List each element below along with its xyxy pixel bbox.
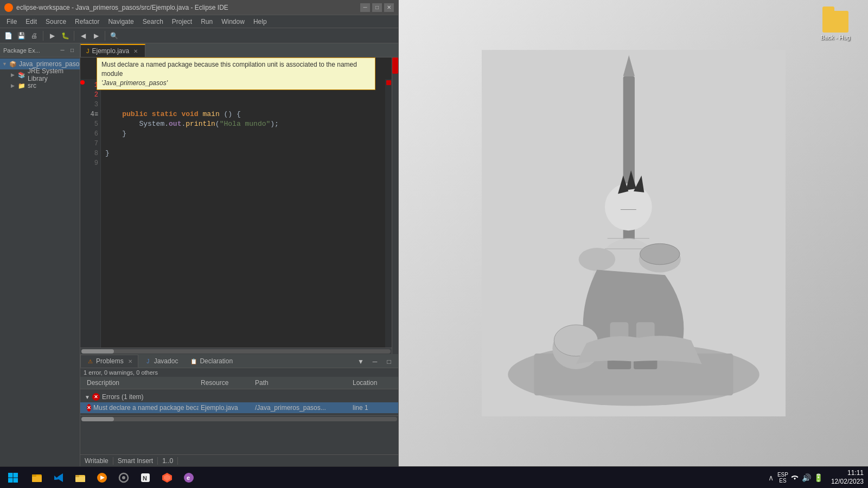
scrollbar-error-indicator (392, 57, 398, 74)
bottom-minimize-btn[interactable]: ─ (369, 356, 381, 368)
status-bar: Writable Smart Insert 1..0 (80, 454, 398, 466)
settings-icon (118, 472, 130, 484)
svg-rect-25 (8, 478, 13, 483)
svg-point-13 (578, 248, 615, 271)
taskbar-app9[interactable]: e (179, 468, 199, 487)
toolbar-new[interactable]: 📄 (2, 30, 14, 42)
editor-tab-ejemplo[interactable]: J Ejemplo.java ✕ (80, 44, 145, 57)
editor-tabs: J Ejemplo.java ✕ (80, 43, 398, 57)
windows-logo (8, 472, 18, 483)
tab-declaration[interactable]: 📋 Declaration (184, 355, 239, 368)
tray-volume[interactable]: 🔊 (802, 473, 812, 483)
bottom-scrollbar-thumb[interactable] (81, 417, 114, 421)
toolbar-search[interactable]: 🔍 (108, 30, 120, 42)
line-num-8: 8 (87, 149, 98, 158)
berserk-illustration (482, 43, 786, 423)
editor-scrollbar-h[interactable] (80, 348, 392, 354)
error-tooltip-line2: 'Java_primeros_pasos' (101, 79, 371, 88)
svg-rect-26 (14, 478, 18, 483)
taskbar-media[interactable] (92, 468, 112, 487)
taskbar-files[interactable] (27, 468, 47, 487)
menu-file[interactable]: File (2, 16, 21, 28)
menu-search[interactable]: Search (138, 16, 168, 28)
code-line-6: } (105, 129, 381, 139)
toolbar-forward[interactable]: ▶ (90, 30, 102, 42)
error-row-1[interactable]: ✕ Must declare a named package because t… (80, 402, 398, 413)
clock-time: 11:11 (831, 469, 864, 478)
status-insert-mode: Smart Insert (113, 457, 158, 465)
annotation-bar (385, 79, 392, 348)
svg-rect-31 (75, 477, 85, 482)
menu-bar: File Edit Source Refactor Navigate Searc… (0, 15, 398, 28)
col-description: Description (85, 378, 199, 388)
tab-javadoc[interactable]: J Javadoc (138, 355, 184, 368)
clock-date: 12/02/2023 (831, 478, 864, 486)
bottom-panel-tabs: ⚠ Problems ✕ J Javadoc 📋 Declaration ▼ (80, 354, 398, 368)
bottom-maximize-btn[interactable]: □ (383, 356, 395, 368)
menu-source[interactable]: Source (41, 16, 71, 28)
tree-label-src: src (28, 82, 36, 89)
tab-close-btn[interactable]: ✕ (132, 47, 139, 55)
group-label: Errors (1 item) (102, 393, 144, 401)
minimize-button[interactable]: ─ (360, 3, 370, 12)
bottom-scrollbar-track[interactable] (81, 417, 397, 421)
taskbar-settings[interactable] (114, 468, 133, 487)
tab-problems-close[interactable]: ✕ (128, 358, 132, 364)
sidebar-minimize-btn[interactable]: ─ (58, 46, 67, 55)
col-path: Path (253, 378, 350, 388)
taskbar-clock[interactable]: 11:11 12/02/2023 (831, 469, 864, 486)
scrollbar-thumb-h[interactable] (81, 349, 114, 354)
folder-image (822, 11, 848, 33)
desktop-folder-icon[interactable]: Back - Hug (814, 11, 857, 41)
main-area: Package Ex... ─ □ ▼ 📦 Java_primeros_paso… (0, 43, 398, 466)
svg-rect-29 (32, 474, 36, 477)
maximize-button[interactable]: □ (372, 3, 382, 12)
taskbar-notion[interactable]: N (136, 468, 155, 487)
scrollbar-track-h[interactable] (81, 349, 391, 354)
bottom-scrollbar[interactable] (80, 415, 398, 422)
svg-rect-24 (14, 473, 18, 478)
systray: ∧ ESPES 🔊 🔋 (766, 473, 824, 483)
error-tooltip-line1: Must declare a named package because thi… (101, 60, 371, 79)
menu-window[interactable]: Window (217, 16, 249, 28)
editor-area: J Ejemplo.java ✕ Must declare a named pa… (80, 43, 398, 466)
editor-scrollbar-v[interactable] (392, 57, 398, 354)
tray-lang[interactable]: ESPES (778, 473, 788, 483)
toolbar-back[interactable]: ◀ (77, 30, 89, 42)
tree-arrow-jre: ▶ (11, 72, 17, 78)
start-button[interactable] (4, 469, 22, 486)
tree-label-project: Java_primeros_pasos (19, 60, 80, 68)
error-group-header[interactable]: ▼ ✕ Errors (1 item) (80, 391, 398, 402)
tree-item-jre[interactable]: ▶ 📚 JRE System Library (0, 69, 80, 80)
tray-battery[interactable]: 🔋 (814, 473, 824, 483)
filter-btn[interactable]: ▼ (355, 356, 367, 368)
tab-problems[interactable]: ⚠ Problems ✕ (80, 355, 138, 368)
close-button[interactable]: ✕ (384, 3, 394, 12)
taskbar-vscode[interactable] (49, 468, 68, 487)
sidebar-maximize-btn[interactable]: □ (68, 46, 76, 55)
toolbar-sep1 (43, 31, 43, 41)
tray-chevron[interactable]: ∧ (766, 473, 776, 483)
toolbar-save[interactable]: 💾 (15, 30, 27, 42)
tree-label-jre: JRE System Library (28, 67, 80, 82)
code-line-2 (105, 90, 381, 100)
editor-container[interactable]: Must declare a named package because thi… (80, 57, 392, 354)
taskbar-folder[interactable] (71, 468, 90, 487)
toolbar-print[interactable]: 🖨 (28, 30, 40, 42)
title-bar: eclipse-workspace - Java_primeros_pasos/… (0, 0, 398, 15)
menu-navigate[interactable]: Navigate (104, 16, 138, 28)
status-position: 1..0 (158, 457, 178, 465)
code-line-9 (105, 158, 381, 168)
toolbar-run[interactable]: ▶ (46, 30, 58, 42)
toolbar-sep3 (105, 31, 105, 41)
tray-wifi[interactable] (790, 473, 800, 483)
toolbar-debug[interactable]: 🐛 (59, 30, 71, 42)
menu-run[interactable]: Run (196, 16, 217, 28)
problems-table-body: ▼ ✕ Errors (1 item) ✕ Must declare a nam… (80, 389, 398, 415)
code-content[interactable]: public static void main () { System.out.… (101, 79, 385, 348)
menu-refactor[interactable]: Refactor (71, 16, 104, 28)
taskbar-brave[interactable] (157, 468, 177, 487)
menu-edit[interactable]: Edit (21, 16, 41, 28)
menu-help[interactable]: Help (249, 16, 271, 28)
menu-project[interactable]: Project (168, 16, 196, 28)
